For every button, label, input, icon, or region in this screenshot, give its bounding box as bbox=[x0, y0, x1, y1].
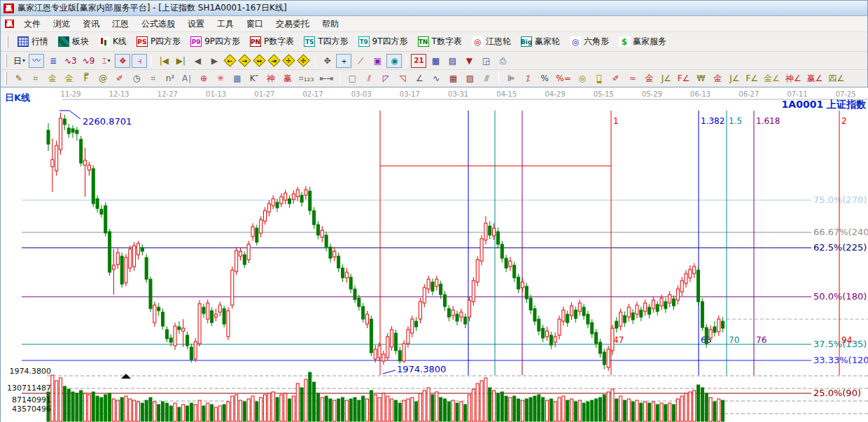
menu-item-2[interactable]: 资讯 bbox=[76, 16, 106, 32]
title-bar[interactable]: 赢 赢家江恩专业版[赢家内部服务平台] - [上证指数 SH1A0001-167… bbox=[1, 1, 867, 16]
n-square-tool[interactable]: n² bbox=[162, 71, 178, 85]
gold-red-tool[interactable]: 金 bbox=[642, 71, 657, 85]
print-button[interactable]: ⎙ bbox=[495, 54, 510, 68]
circle-cross-tool[interactable]: ⊕ bbox=[196, 71, 211, 85]
grid-tool[interactable]: ▦ bbox=[445, 71, 461, 85]
toolbar-grip[interactable] bbox=[5, 72, 7, 85]
winner-service-button[interactable]: $赢家服务 bbox=[615, 34, 670, 50]
menu-item-1[interactable]: 浏览 bbox=[47, 16, 76, 32]
f-angle-tool[interactable]: F∠ bbox=[676, 71, 692, 85]
gold-square-tool[interactable]: 金 bbox=[45, 71, 60, 85]
p-number-table-button[interactable]: PNP数字表 bbox=[246, 34, 298, 50]
t-number-table-button[interactable]: TNT数字表 bbox=[414, 34, 465, 50]
si-angle-tool[interactable]: 四∠ bbox=[826, 71, 846, 85]
period-day-button[interactable]: 日▾ bbox=[11, 54, 27, 68]
smart-brain-button[interactable]: ◉ bbox=[386, 54, 402, 68]
next-bar-button[interactable]: ▶ bbox=[206, 54, 222, 68]
gold-angle-tool[interactable]: 金∠ bbox=[762, 71, 782, 85]
gold-square2-tool[interactable]: 金 bbox=[62, 71, 77, 85]
percent-tool[interactable]: % bbox=[537, 71, 552, 85]
a-line-tool[interactable]: A∣ bbox=[179, 71, 195, 85]
f-ruler-tool[interactable]: F̿ bbox=[78, 71, 94, 85]
scroll-left-icon[interactable]: ← bbox=[224, 54, 237, 66]
kline-button[interactable]: K线 bbox=[95, 34, 130, 50]
wave-band-tool[interactable]: ≈ bbox=[625, 71, 640, 85]
percent-lines2-tool[interactable]: %= bbox=[554, 71, 573, 85]
menu-item-5[interactable]: 设置 bbox=[181, 16, 211, 32]
gann-fan-tool[interactable]: ⫽ bbox=[361, 71, 377, 85]
t-square-button[interactable]: TST四方形 bbox=[300, 34, 351, 50]
price-scale-tool[interactable]: ⊫ bbox=[503, 71, 519, 85]
flag-pencil-tool[interactable]: ✐ bbox=[608, 71, 624, 85]
hexagon-button[interactable]: ◎六角形 bbox=[566, 34, 612, 50]
hand-pan-button[interactable]: ✥ bbox=[319, 54, 335, 68]
gann-fan-box-tool[interactable]: ◸ bbox=[378, 71, 393, 85]
chart-surface[interactable]: 11-2912-1312-2701-1301-2702-1703-0303-17… bbox=[1, 87, 868, 422]
angle-lines-tool[interactable]: ∠ bbox=[412, 71, 427, 85]
wave-band2-tool[interactable]: ₩ bbox=[693, 71, 708, 85]
trendline-button[interactable]: ⟋ bbox=[353, 54, 368, 68]
time-clock-tool[interactable]: ◷ bbox=[129, 71, 144, 85]
wave-9-button[interactable]: ∿9 bbox=[80, 54, 97, 68]
info-panel-button[interactable]: ≣ bbox=[46, 54, 61, 68]
scroll-right-icon[interactable]: → bbox=[239, 54, 251, 66]
menu-item-8[interactable]: 交易委托 bbox=[270, 16, 316, 32]
toolbar-grip[interactable] bbox=[6, 36, 8, 48]
pencil-tool[interactable]: ✎ bbox=[11, 71, 27, 85]
notes-button[interactable]: ▤ bbox=[444, 54, 460, 68]
box-tool[interactable]: □ bbox=[344, 71, 360, 85]
candle-style-button[interactable]: ⌶▾ bbox=[98, 54, 113, 68]
width-measure-tool[interactable]: ⇤⇥ bbox=[317, 71, 335, 85]
gold-underline-tool[interactable]: 金 bbox=[710, 71, 725, 85]
calculator-button[interactable]: ▦ bbox=[428, 54, 443, 68]
profile-histogram-button[interactable]: ⫞ bbox=[132, 54, 147, 68]
percent-line-tool[interactable]: ⁒ bbox=[520, 71, 536, 85]
pattern-overlay-button[interactable]: ❖ bbox=[115, 54, 130, 68]
save-button[interactable]: ▼ bbox=[461, 54, 477, 68]
menu-item-7[interactable]: 窗口 bbox=[240, 16, 270, 32]
menu-item-6[interactable]: 工具 bbox=[211, 16, 240, 32]
menu-item-0[interactable]: 文件 bbox=[18, 16, 47, 32]
calendar-button[interactable]: 21 bbox=[411, 54, 426, 68]
f-angle2-tool[interactable]: F∠ bbox=[743, 71, 760, 85]
p-square-button[interactable]: PSP四方形 bbox=[133, 34, 184, 50]
quotes-button[interactable]: 行情 bbox=[14, 34, 52, 50]
first-bar-button[interactable]: |◀ bbox=[156, 54, 172, 68]
full-view-icon[interactable]: ✣ bbox=[298, 54, 310, 66]
gold-circle-tool[interactable]: ◎ bbox=[575, 71, 590, 85]
zoom-out-horizontal-icon[interactable]: ↔ bbox=[253, 54, 266, 66]
star-grid-tool[interactable]: ✳ bbox=[213, 71, 228, 85]
9p-square-button[interactable]: P99P四方形 bbox=[187, 34, 244, 50]
export-web-button[interactable]: ◲ bbox=[478, 54, 493, 68]
compress-bars-icon[interactable]: ⇥ bbox=[268, 54, 281, 66]
toolbar-grip[interactable] bbox=[5, 55, 7, 67]
winner-wheel-button[interactable]: Big赢家轮 bbox=[517, 34, 564, 50]
crosshair-button[interactable]: ＋ bbox=[336, 54, 351, 68]
menu-item-3[interactable]: 江恩 bbox=[106, 16, 135, 32]
ruler2-tool[interactable]: ⌗ bbox=[146, 71, 161, 85]
spiral-tool[interactable]: @ bbox=[95, 71, 111, 85]
last-bar-button[interactable]: ▶| bbox=[173, 54, 188, 68]
wave-3-button[interactable]: ∿3 bbox=[62, 54, 79, 68]
gann-shape-button[interactable]: ▣ bbox=[370, 54, 385, 68]
ruler-tool[interactable]: ⌗ bbox=[28, 71, 43, 85]
9t-square-button[interactable]: T99T四方形 bbox=[355, 34, 412, 50]
shen-angle-tool[interactable]: 神∠ bbox=[783, 71, 804, 85]
red-pencil-tool[interactable]: ✐ bbox=[112, 71, 127, 85]
zigzag-tool[interactable]: ∿ bbox=[428, 71, 444, 85]
shen-tool[interactable]: 神 bbox=[263, 71, 279, 85]
ying-tool[interactable]: 赢 bbox=[280, 71, 295, 85]
gann-fan-grid-tool[interactable]: ◹ bbox=[395, 71, 410, 85]
sectors-button[interactable]: 板块 bbox=[55, 34, 92, 50]
j-angle2-tool[interactable]: J∠ bbox=[727, 71, 742, 85]
ying-angle-tool[interactable]: 赢∠ bbox=[805, 71, 825, 85]
prev-bar-button[interactable]: ◀ bbox=[190, 54, 205, 68]
expand-bars-icon[interactable]: ✛ bbox=[283, 54, 295, 66]
ruler-123-tool[interactable]: ⌗₁₂₃ bbox=[297, 71, 316, 85]
k-mark-tool[interactable]: K″ bbox=[246, 71, 262, 85]
gold-lines-tool[interactable]: 金̳ bbox=[592, 71, 607, 85]
grid-arrow-tool[interactable]: ▨ bbox=[462, 71, 477, 85]
parallel-lines-tool[interactable]: ⫻ bbox=[479, 71, 494, 85]
menu-item-9[interactable]: 帮助 bbox=[316, 16, 345, 32]
menu-item-4[interactable]: 公式选股 bbox=[135, 16, 181, 32]
